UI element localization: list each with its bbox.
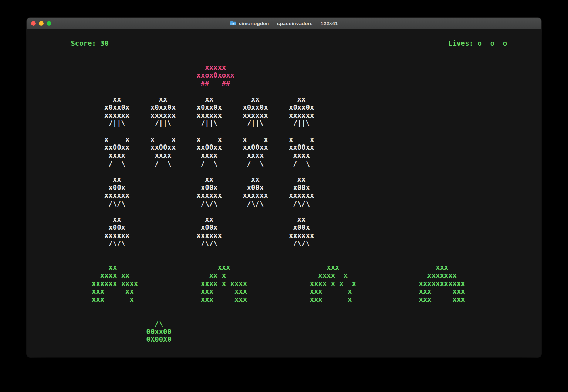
invader-row3-3: xx x00x xxxxxx /\/\ — [243, 175, 268, 208]
invader-row2-4: x x xx00xx xxxx / \ — [243, 136, 268, 168]
invader-row2-2: x x xx00xx xxxx / \ — [151, 136, 176, 168]
bunker-2: xxx xx x xxxx x xxxx xxx xxx xxx xxx — [201, 263, 247, 303]
player-ship: /\ 00xx00 0X00X0 — [146, 320, 172, 344]
invader-row4-2: xx x00x xxxxxx /\/\ — [197, 215, 222, 248]
invader-row1-1: xx x0xx0x xxxxxx /||\ — [104, 95, 129, 127]
ufo: xxxxx xxox0xoxx ## ## — [197, 64, 234, 88]
close-button[interactable] — [31, 21, 36, 26]
invader-row1-5: xx x0xx0x xxxxxx /||\ — [289, 95, 314, 127]
invader-row1-3: xx x0xx0x xxxxxx /||\ — [197, 95, 222, 127]
traffic-lights — [31, 18, 51, 29]
invader-row4-1: xx x00x xxxxxx /\/\ — [104, 215, 129, 248]
folder-icon — [230, 21, 236, 26]
invader-row2-1: x x xx00xx xxxx / \ — [104, 136, 129, 168]
score-text: Score: 30 — [71, 40, 108, 48]
invader-row2-3: x x xx00xx xxxx / \ — [197, 136, 222, 168]
minimize-button[interactable] — [39, 21, 44, 26]
invader-row3-1: xx x00x xxxxxx /\/\ — [104, 175, 129, 208]
invader-row1-2: xx x0xx0x xxxxxx /||\ — [151, 95, 176, 127]
invader-row3-4: xx x00x xxxxxx /\/\ — [289, 175, 314, 208]
zoom-button[interactable] — [47, 21, 51, 26]
invader-row4-3: xx x00x xxxxxx /\/\ — [289, 215, 314, 248]
titlebar[interactable]: simonogden — spaceinvaders — 122×41 — [27, 18, 541, 29]
window-title: simonogden — spaceinvaders — 122×41 — [239, 21, 338, 26]
sprite-layer: Score: 30Lives: o o o xxxxx xxox0xoxx ##… — [29, 31, 541, 357]
bunker-1: xx xxxx xx xxxxxx xxxx xxx xx xxx x — [92, 263, 138, 303]
lives-text: Lives: o o o — [448, 40, 507, 48]
invader-row1-4: xx x0xx0x xxxxxx /||\ — [243, 95, 268, 127]
bunker-3: xxx xxxx x xxxx x x x xxx x xxx x — [310, 263, 356, 303]
invader-row2-5: x x xx00xx xxxx / \ — [289, 136, 314, 168]
invader-row3-2: xx x00x xxxxxx /\/\ — [197, 175, 222, 208]
bunker-4: xxx xxxxxxx xxxxxxxxxxx xxx xxx xxx xxx — [419, 263, 465, 303]
terminal-screen[interactable]: Score: 30Lives: o o o xxxxx xxox0xoxx ##… — [27, 29, 541, 357]
window-title-group: simonogden — spaceinvaders — 122×41 — [230, 21, 338, 26]
terminal-window: simonogden — spaceinvaders — 122×41 Scor… — [27, 18, 541, 357]
